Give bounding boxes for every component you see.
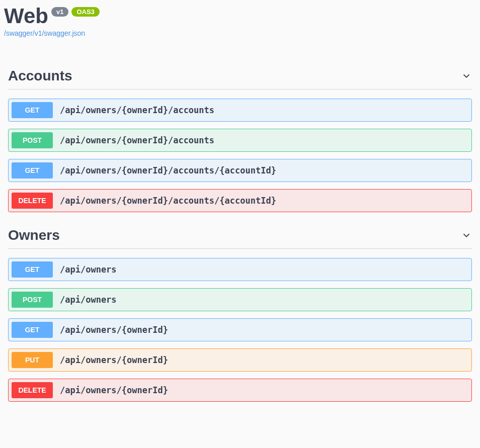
version-badge: v1	[51, 7, 68, 17]
method-badge: PUT	[12, 352, 53, 368]
operation-row[interactable]: GET /api/owners/{ownerId}/accounts	[8, 99, 472, 122]
tag-section-accounts: Accounts GET /api/owners/{ownerId}/accou…	[8, 63, 472, 212]
operation-row[interactable]: PUT /api/owners/{ownerId}	[8, 348, 472, 372]
chevron-down-icon	[461, 70, 472, 81]
operation-path: /api/owners/{ownerId}/accounts/{accountI…	[60, 196, 276, 206]
operation-row[interactable]: POST /api/owners/{ownerId}/accounts	[8, 129, 472, 152]
operation-path: /api/owners/{ownerId}	[60, 385, 168, 395]
method-badge: GET	[12, 322, 53, 338]
spec-link[interactable]: /swagger/v1/swagger.json	[4, 29, 85, 37]
oas-badge: OAS3	[71, 7, 99, 17]
operation-path: /api/owners/{ownerId}/accounts/{accountI…	[60, 165, 276, 175]
method-badge: GET	[12, 261, 53, 278]
tag-section-owners: Owners GET /api/owners POST /api/owners …	[8, 222, 472, 402]
operation-path: /api/owners/{ownerId}	[60, 325, 168, 335]
method-badge: POST	[12, 132, 53, 148]
tag-title: Accounts	[8, 68, 72, 84]
operation-path: /api/owners	[60, 295, 117, 305]
api-title: Web	[4, 4, 48, 28]
operation-row[interactable]: POST /api/owners	[8, 288, 472, 311]
operation-path: /api/owners/{ownerId}/accounts	[60, 135, 214, 145]
api-header: Web v1 OAS3 /swagger/v1/swagger.json	[4, 4, 476, 38]
tag-header-owners[interactable]: Owners	[8, 222, 472, 249]
operation-path: /api/owners/{ownerId}/accounts	[60, 105, 214, 115]
operation-row[interactable]: GET /api/owners/{ownerId}	[8, 318, 472, 341]
chevron-down-icon	[461, 230, 472, 241]
operation-row[interactable]: GET /api/owners/{ownerId}/accounts/{acco…	[8, 159, 472, 182]
tag-title: Owners	[8, 227, 60, 243]
operation-path: /api/owners/{ownerId}	[60, 355, 168, 365]
method-badge: GET	[12, 102, 53, 118]
title-row: Web v1 OAS3	[4, 4, 476, 28]
operation-row[interactable]: DELETE /api/owners/{ownerId}	[8, 379, 472, 402]
operation-path: /api/owners	[60, 264, 117, 275]
method-badge: DELETE	[12, 193, 53, 209]
method-badge: GET	[12, 162, 53, 178]
tag-header-accounts[interactable]: Accounts	[8, 63, 472, 89]
method-badge: DELETE	[12, 382, 53, 398]
operation-row[interactable]: DELETE /api/owners/{ownerId}/accounts/{a…	[8, 189, 472, 212]
method-badge: POST	[12, 292, 53, 308]
operation-row[interactable]: GET /api/owners	[8, 258, 472, 281]
